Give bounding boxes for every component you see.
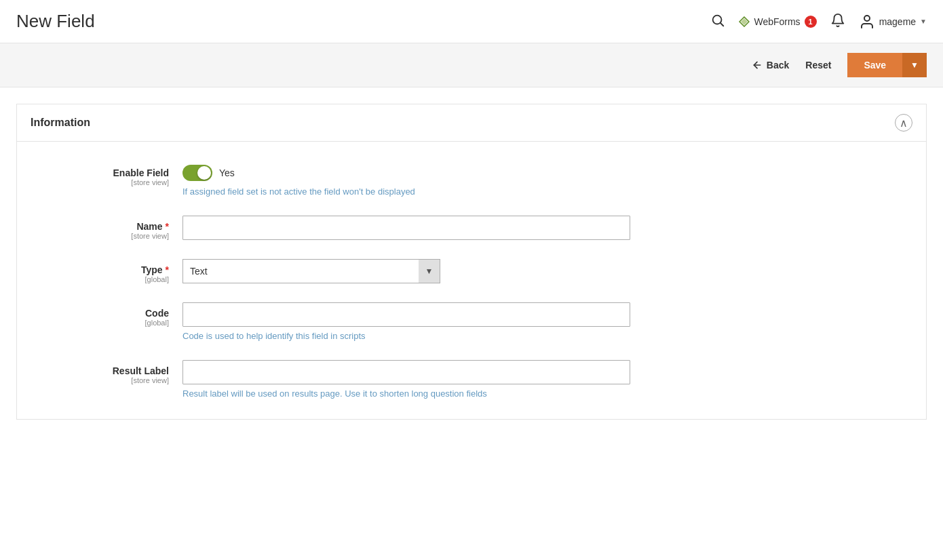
type-row: Type* [global] Text Textarea Select Mult… [33,259,910,283]
type-select-wrap: Text Textarea Select Multiselect Date Fi… [182,259,440,283]
result-label-row: Result Label [store view] Result label w… [33,360,910,399]
result-label-hint: Result label will be used on results pag… [182,388,910,399]
save-group: Save ▼ [847,53,927,77]
result-label-field-col: Result label will be used on results pag… [182,360,910,399]
user-menu-chevron-icon: ▼ [920,18,927,25]
action-bar: Back Reset Save ▼ [0,43,943,87]
section-body: Enable Field [store view] Yes If assigne… [17,141,926,419]
header-right: WebForms 1 mageme ▼ [710,13,927,30]
type-field-col: Text Textarea Select Multiselect Date Fi… [182,259,910,283]
name-label: Name* [33,221,169,232]
webforms-diamond-icon [739,16,750,27]
back-label: Back [767,60,789,71]
enable-field-label-col: Enable Field [store view] [33,162,182,186]
code-scope: [global] [33,319,169,327]
user-avatar-icon [859,14,875,30]
result-label-scope: [store view] [33,376,169,384]
webforms-badge-count: 1 [805,16,817,28]
enable-field-hint: If assigned field set is not active the … [182,186,910,197]
code-row: Code [global] Code is used to help ident… [33,302,910,341]
section-title: Information [31,117,90,129]
enable-field-col: Yes If assigned field set is not active … [182,162,910,197]
save-dropdown-icon: ▼ [910,60,919,70]
webforms-label: WebForms [754,16,800,27]
user-menu[interactable]: mageme ▼ [859,14,927,30]
bell-icon [830,13,845,28]
save-button[interactable]: Save [847,53,902,77]
search-icon [710,13,725,28]
result-label-input[interactable] [182,360,630,384]
code-label: Code [33,308,169,319]
search-button[interactable] [710,13,725,30]
reset-label: Reset [805,60,831,71]
name-row: Name* [store view] [33,216,910,240]
collapse-chevron-icon: ∧ [900,117,908,129]
back-button[interactable]: Back [752,60,789,71]
name-label-col: Name* [store view] [33,216,182,240]
svg-point-0 [713,16,722,24]
type-select-dropdown-icon[interactable]: ▼ [419,259,440,283]
type-label-col: Type* [global] [33,259,182,283]
information-section: Information ∧ Enable Field [store view] [16,104,927,420]
type-required-marker: * [166,264,169,275]
code-label-col: Code [global] [33,302,182,327]
enable-field-row: Enable Field [store view] Yes If assigne… [33,162,910,197]
page-title: New Field [16,11,95,32]
save-dropdown-button[interactable]: ▼ [902,53,927,77]
section-header[interactable]: Information ∧ [17,104,926,141]
svg-point-4 [864,16,870,21]
toggle-yes-label: Yes [219,167,235,178]
main-content: Information ∧ Enable Field [store view] [0,87,943,449]
save-label: Save [864,60,886,71]
reset-button[interactable]: Reset [797,54,839,76]
notifications-button[interactable] [830,13,845,30]
result-label-label: Result Label [33,365,169,376]
type-label: Type* [33,264,169,275]
user-name: mageme [879,16,916,27]
toggle-thumb [197,166,211,180]
result-label-label-col: Result Label [store view] [33,360,182,384]
code-hint: Code is used to help identify this field… [182,331,910,341]
enable-field-scope: [store view] [33,178,169,186]
enable-field-label: Enable Field [33,167,169,178]
collapse-icon[interactable]: ∧ [895,114,912,132]
toggle-wrap: Yes [182,162,910,181]
type-select[interactable]: Text Textarea Select Multiselect Date Fi… [182,259,419,283]
code-field-col: Code is used to help identify this field… [182,302,910,341]
svg-line-1 [721,23,724,26]
name-input[interactable] [182,216,630,240]
webforms-menu[interactable]: WebForms 1 [739,16,816,28]
page-header: New Field WebForms 1 [0,0,943,43]
name-scope: [store view] [33,232,169,240]
enable-field-toggle[interactable] [182,165,212,181]
back-arrow-icon [752,60,763,71]
name-required-marker: * [166,221,169,232]
code-input[interactable] [182,302,630,327]
type-scope: [global] [33,275,169,283]
name-field-col [182,216,910,240]
